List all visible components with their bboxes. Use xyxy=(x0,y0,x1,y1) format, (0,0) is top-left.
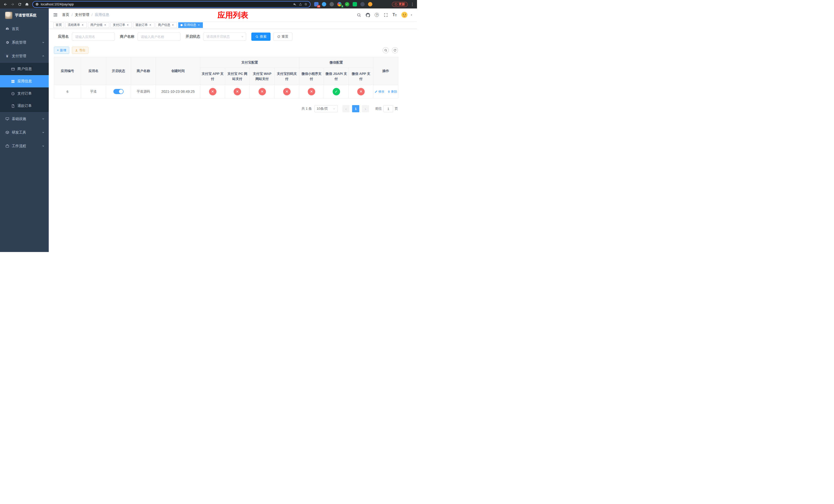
prev-page-button[interactable]: ‹ xyxy=(343,105,350,112)
sidebar-item-merchant-info[interactable]: 商户信息 xyxy=(0,63,49,75)
apps-table: 应用编号 应用名 开启状态 商户名称 创建时间 支付宝配置 微信配置 操作 支付… xyxy=(54,57,398,98)
cell-alipay-pc: ✕ xyxy=(225,85,250,98)
page-size-select[interactable]: 10条/页 xyxy=(314,105,338,112)
close-icon[interactable]: × xyxy=(126,23,130,27)
cell-app-name: 芋道 xyxy=(81,85,106,98)
search-icon[interactable] xyxy=(356,13,361,17)
extension-icon-4[interactable]: 1 xyxy=(337,2,342,6)
pencil-icon xyxy=(375,90,377,93)
status-toggle[interactable] xyxy=(113,89,124,94)
close-icon[interactable]: × xyxy=(149,23,152,27)
browser-home-button[interactable] xyxy=(24,1,30,8)
briefcase-icon xyxy=(5,144,9,148)
goto-page-input[interactable] xyxy=(383,105,393,112)
hamburger-icon[interactable] xyxy=(53,12,58,18)
add-button[interactable]: + 新增 xyxy=(54,47,69,54)
sidebar-item-infrastructure[interactable]: 基础设施 xyxy=(0,112,49,125)
chevron-down-icon xyxy=(42,117,45,120)
sidebar-item-label: 支付订单 xyxy=(18,91,32,96)
sidebar-item-label: 应用信息 xyxy=(18,79,32,84)
goto-page: 前往 页 xyxy=(375,105,398,112)
sidebar-item-label: 支付管理 xyxy=(12,54,26,59)
breadcrumb-payment[interactable]: 支付管理 xyxy=(75,13,89,17)
sidebar-item-app-info[interactable]: 应用信息 xyxy=(0,75,49,87)
table-row: 6 芋道 芋道源码 2021-10-23 08:49:25 ✕ ✕ ✕ ✕ ✕ … xyxy=(54,85,398,98)
chevron-down-icon xyxy=(333,108,335,110)
total-count: 共 1 条 xyxy=(302,107,312,111)
table-toolbar: + 新增 导出 xyxy=(54,47,398,54)
close-icon[interactable]: × xyxy=(81,23,84,27)
order-icon xyxy=(11,92,15,96)
fullscreen-icon[interactable] xyxy=(383,13,388,17)
avatar[interactable] xyxy=(401,12,408,18)
box-icon xyxy=(5,131,9,135)
breadcrumb-home[interactable]: 首页 xyxy=(62,13,69,17)
extension-icon-2[interactable] xyxy=(322,2,326,6)
caret-down-icon[interactable] xyxy=(410,14,413,17)
extension-icon-8[interactable] xyxy=(368,2,372,6)
tag-process-form[interactable]: 流程表单× xyxy=(65,22,87,28)
col-alipay-qr: 支付宝扫码支付 xyxy=(275,68,299,85)
address-bar[interactable]: localhost:1024/pay/app xyxy=(32,1,311,8)
github-icon[interactable] xyxy=(366,13,370,17)
tag-user-group[interactable]: 用户分组× xyxy=(88,22,109,28)
export-button[interactable]: 导出 xyxy=(72,47,88,54)
close-icon[interactable]: × xyxy=(197,23,201,27)
browser-update-button[interactable]: 更新 xyxy=(392,2,408,7)
app-name-input[interactable] xyxy=(72,32,115,41)
extension-icon-1[interactable]: 10 xyxy=(314,2,319,6)
bookmark-star-icon[interactable] xyxy=(304,3,307,6)
search-button[interactable]: 搜索 xyxy=(251,32,270,41)
close-icon[interactable]: × xyxy=(103,23,107,27)
status-fail-icon: ✕ xyxy=(283,88,290,95)
search-icon xyxy=(384,49,387,52)
current-page-button[interactable]: 1 xyxy=(352,105,359,112)
merchant-name-input[interactable] xyxy=(137,32,180,41)
sidebar-item-home[interactable]: 首页 xyxy=(0,22,49,36)
sidebar-item-system[interactable]: 系统管理 xyxy=(0,36,49,49)
browser-menu-button[interactable]: ⋮ xyxy=(410,2,415,7)
sidebar-item-payment[interactable]: ¥ 支付管理 xyxy=(0,49,49,63)
sidebar-item-label: 工作流程 xyxy=(12,144,26,148)
share-icon[interactable] xyxy=(299,3,302,6)
filter-form: 应用名 商户名称 开启状态 请选择开启状态 搜索 重置 xyxy=(54,32,417,41)
reset-button[interactable]: 重置 xyxy=(273,32,292,41)
browser-reload-button[interactable] xyxy=(16,1,23,8)
col-create-time: 创建时间 xyxy=(156,57,200,85)
question-mark-icon: ? xyxy=(375,13,379,17)
tag-pay-order[interactable]: 支付订单× xyxy=(111,22,132,28)
status-select[interactable]: 请选择开启状态 xyxy=(203,32,246,41)
col-app-id: 应用编号 xyxy=(54,57,81,85)
sidebar-item-dev-tools[interactable]: 研发工具 xyxy=(0,125,49,139)
password-key-icon[interactable] xyxy=(293,3,297,6)
sidebar-item-refund-order[interactable]: 退款订单 xyxy=(0,100,49,112)
close-icon[interactable]: × xyxy=(171,23,175,27)
url-text[interactable]: localhost:1024/pay/app xyxy=(41,3,291,6)
sidebar-item-workflow[interactable]: 工作流程 xyxy=(0,139,49,153)
delete-link[interactable]: 删除 xyxy=(388,90,397,94)
next-page-button[interactable]: › xyxy=(362,105,369,112)
refresh-table-button[interactable] xyxy=(392,47,398,53)
show-search-button[interactable] xyxy=(382,47,389,53)
edit-link[interactable]: 修改 xyxy=(375,90,385,94)
extension-icon-7[interactable] xyxy=(360,2,365,6)
extension-icon-3[interactable] xyxy=(330,2,334,6)
extension-icon-6[interactable] xyxy=(353,2,357,6)
browser-back-button[interactable] xyxy=(2,1,9,8)
cell-wechat-jsapi: ✓ xyxy=(324,85,349,98)
tag-refund-order[interactable]: 退款订单× xyxy=(133,22,154,28)
extension-icon-5[interactable]: ✓ xyxy=(345,2,349,6)
font-size-icon[interactable]: TT xyxy=(392,13,397,17)
dashboard-icon xyxy=(5,27,9,31)
tag-home[interactable]: 首页 xyxy=(53,22,64,28)
update-label: 更新 xyxy=(399,2,405,6)
chevron-down-icon xyxy=(42,131,45,134)
chevron-down-icon xyxy=(241,35,244,38)
site-info-icon[interactable] xyxy=(36,3,39,6)
browser-forward-button[interactable] xyxy=(9,1,16,8)
sidebar-item-pay-order[interactable]: 支付订单 xyxy=(0,87,49,100)
tag-merchant-info[interactable]: 商户信息× xyxy=(156,22,177,28)
sidebar-item-label: 基础设施 xyxy=(12,117,26,121)
tag-app-info[interactable]: 应用信息× xyxy=(178,22,203,28)
help-icon[interactable]: ? xyxy=(374,13,379,17)
